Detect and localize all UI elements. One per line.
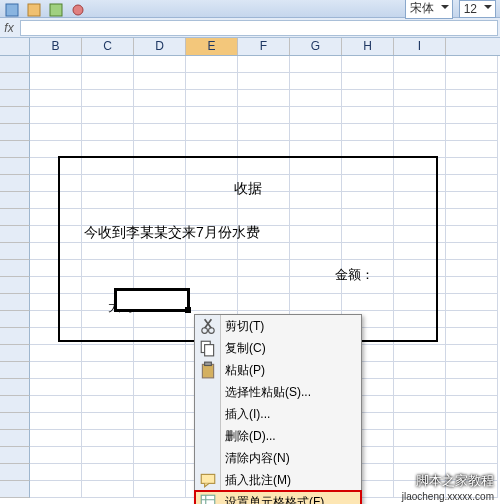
col-header[interactable]: I bbox=[394, 38, 446, 55]
row-header[interactable] bbox=[0, 430, 30, 447]
cell[interactable] bbox=[446, 447, 498, 464]
cell[interactable] bbox=[446, 56, 498, 73]
row-header[interactable] bbox=[0, 107, 30, 124]
cell[interactable] bbox=[30, 413, 82, 430]
menu-item-paste-special[interactable]: 选择性粘贴(S)... bbox=[195, 381, 361, 403]
cell[interactable] bbox=[238, 124, 290, 141]
cell[interactable] bbox=[342, 73, 394, 90]
cell[interactable] bbox=[82, 362, 134, 379]
cell[interactable] bbox=[30, 90, 82, 107]
row-header[interactable] bbox=[0, 158, 30, 175]
toolbar-icon-1[interactable] bbox=[4, 2, 20, 16]
cell[interactable] bbox=[30, 107, 82, 124]
row-header[interactable] bbox=[0, 396, 30, 413]
row-header[interactable] bbox=[0, 243, 30, 260]
menu-item-delete[interactable]: 删除(D)... bbox=[195, 425, 361, 447]
cell[interactable] bbox=[446, 430, 498, 447]
col-header[interactable]: F bbox=[238, 38, 290, 55]
row-header[interactable] bbox=[0, 226, 30, 243]
font-size-dropdown[interactable]: 12 bbox=[459, 0, 496, 18]
cell[interactable] bbox=[30, 56, 82, 73]
cell[interactable] bbox=[446, 158, 498, 175]
cell[interactable] bbox=[82, 413, 134, 430]
cell[interactable] bbox=[342, 56, 394, 73]
row-header[interactable] bbox=[0, 141, 30, 158]
col-header[interactable]: C bbox=[82, 38, 134, 55]
row-header[interactable] bbox=[0, 464, 30, 481]
cell[interactable] bbox=[394, 345, 446, 362]
cell[interactable] bbox=[134, 481, 186, 498]
toolbar-icon-2[interactable] bbox=[26, 2, 42, 16]
cell[interactable] bbox=[446, 73, 498, 90]
cell[interactable] bbox=[30, 447, 82, 464]
cell[interactable] bbox=[186, 124, 238, 141]
col-header[interactable]: E bbox=[186, 38, 238, 55]
cell[interactable] bbox=[30, 481, 82, 498]
cell[interactable] bbox=[82, 396, 134, 413]
cell[interactable] bbox=[186, 90, 238, 107]
row-header[interactable] bbox=[0, 328, 30, 345]
cell[interactable] bbox=[238, 107, 290, 124]
cell[interactable] bbox=[446, 294, 498, 311]
row-header[interactable] bbox=[0, 362, 30, 379]
cell[interactable] bbox=[446, 362, 498, 379]
cell[interactable] bbox=[290, 73, 342, 90]
cell[interactable] bbox=[394, 430, 446, 447]
cell[interactable] bbox=[82, 56, 134, 73]
cell[interactable] bbox=[30, 124, 82, 141]
cell[interactable] bbox=[394, 447, 446, 464]
menu-item-copy[interactable]: 复制(C) bbox=[195, 337, 361, 359]
col-header[interactable]: G bbox=[290, 38, 342, 55]
toolbar-icon-3[interactable] bbox=[48, 2, 64, 16]
cell[interactable] bbox=[30, 396, 82, 413]
cell[interactable] bbox=[394, 413, 446, 430]
cell[interactable] bbox=[446, 124, 498, 141]
cell[interactable] bbox=[134, 379, 186, 396]
row-header[interactable] bbox=[0, 481, 30, 498]
cell[interactable] bbox=[446, 396, 498, 413]
select-all-corner[interactable] bbox=[0, 38, 30, 55]
font-name-dropdown[interactable]: 宋体 bbox=[405, 0, 453, 19]
cell[interactable] bbox=[30, 345, 82, 362]
cell[interactable] bbox=[82, 90, 134, 107]
cell[interactable] bbox=[446, 192, 498, 209]
cell[interactable] bbox=[134, 345, 186, 362]
cell[interactable] bbox=[394, 396, 446, 413]
cell[interactable] bbox=[82, 124, 134, 141]
cell[interactable] bbox=[30, 362, 82, 379]
cell[interactable] bbox=[82, 73, 134, 90]
cell[interactable] bbox=[134, 447, 186, 464]
col-header[interactable]: D bbox=[134, 38, 186, 55]
cell[interactable] bbox=[82, 345, 134, 362]
cell[interactable] bbox=[446, 226, 498, 243]
cell[interactable] bbox=[238, 56, 290, 73]
cell[interactable] bbox=[290, 124, 342, 141]
cell[interactable] bbox=[30, 464, 82, 481]
cell[interactable] bbox=[394, 124, 446, 141]
row-header[interactable] bbox=[0, 192, 30, 209]
row-header[interactable] bbox=[0, 260, 30, 277]
active-cell-selection[interactable] bbox=[114, 288, 190, 312]
cell[interactable] bbox=[30, 379, 82, 396]
menu-item-cut[interactable]: 剪切(T) bbox=[195, 315, 361, 337]
cell[interactable] bbox=[30, 430, 82, 447]
menu-item-insert-comment[interactable]: 插入批注(M) bbox=[195, 469, 361, 491]
cell[interactable] bbox=[290, 56, 342, 73]
toolbar-icon-4[interactable] bbox=[70, 2, 86, 16]
cell[interactable] bbox=[446, 107, 498, 124]
cell[interactable] bbox=[82, 481, 134, 498]
row-header[interactable] bbox=[0, 175, 30, 192]
cell[interactable] bbox=[186, 56, 238, 73]
row-header[interactable] bbox=[0, 311, 30, 328]
row-header[interactable] bbox=[0, 124, 30, 141]
cell[interactable] bbox=[290, 90, 342, 107]
row-header[interactable] bbox=[0, 345, 30, 362]
row-header[interactable] bbox=[0, 277, 30, 294]
fx-button[interactable]: fx bbox=[0, 21, 18, 35]
cell[interactable] bbox=[446, 243, 498, 260]
cell[interactable] bbox=[134, 90, 186, 107]
cell[interactable] bbox=[186, 73, 238, 90]
cell[interactable] bbox=[134, 124, 186, 141]
col-header[interactable]: H bbox=[342, 38, 394, 55]
cell[interactable] bbox=[446, 90, 498, 107]
